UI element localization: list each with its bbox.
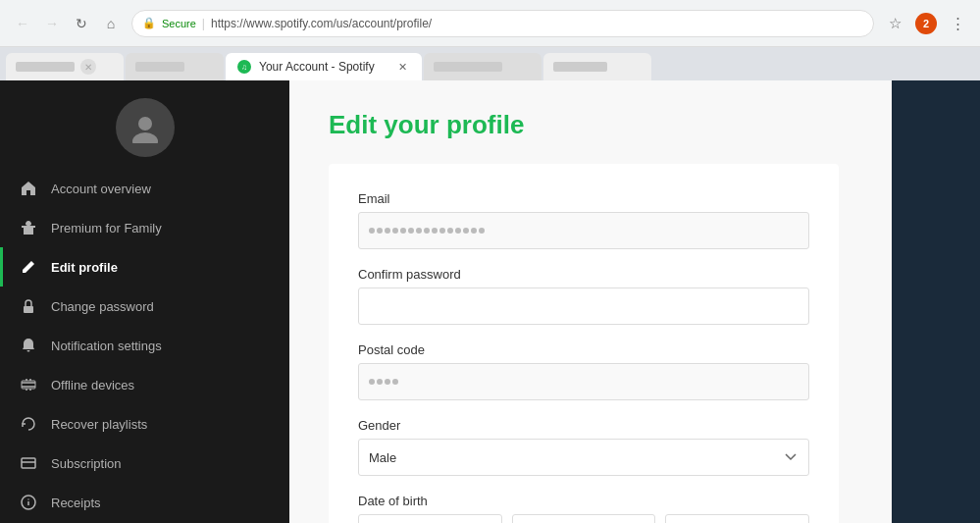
address-bar[interactable]: 🔒 Secure | https://www.spotify.com/us/ac… [131,10,874,37]
info-icon [20,494,37,511]
sidebar-item-receipts[interactable]: Receipts [0,483,289,522]
svg-point-1 [132,132,158,143]
edit-icon [20,258,37,276]
lock-icon [20,297,37,315]
dob-day-select[interactable] [358,514,502,523]
tab-title: Your Account - Spotify [259,60,387,74]
home-button[interactable]: ⌂ [98,11,124,36]
avatar [116,98,175,157]
forward-button[interactable]: → [39,11,65,36]
browser-chrome: ← → ↻ ⌂ 🔒 Secure | https://www.spotify.c… [0,0,980,47]
page-content: Edit your profile Email Confirm pass [289,80,892,523]
sidebar-item-label: Receipts [51,496,101,510]
sidebar-item-label: Notification settings [51,339,162,353]
sidebar-item-subscription[interactable]: Subscription [0,444,289,483]
postal-code-group: Postal code [358,342,809,400]
sidebar-item-change-password[interactable]: Change password [0,287,289,326]
page-title: Edit your profile [329,110,852,140]
sidebar-item-label: Recover playlists [51,417,147,432]
svg-rect-6 [22,381,35,389]
nav-buttons: ← → ↻ ⌂ [10,11,124,36]
dob-group: Date of birth [358,494,809,523]
reload-button[interactable]: ↻ [69,11,94,36]
home-icon [20,180,37,197]
sidebar-item-label: Edit profile [51,260,118,275]
secure-label: Secure [162,18,196,29]
sidebar-item-recover-playlists[interactable]: Recover playlists [0,404,289,444]
devices-icon [20,376,37,393]
sidebar-item-label: Premium for Family [51,221,162,235]
sidebar-avatar [0,80,289,169]
sidebar-item-notifications[interactable]: Notification settings [0,326,289,365]
gender-group: Gender Male Female Non-binary Prefer not… [358,418,809,476]
main-area: Account overview Premium for Family Edit… [0,80,980,523]
sidebar-nav: Account overview Premium for Family Edit… [0,169,289,523]
dob-label: Date of birth [358,494,809,508]
url-text: https://www.spotify.com/us/account/profi… [211,17,432,30]
tab-favicon: ♫ [237,60,251,74]
bookmark-button[interactable]: ☆ [882,11,907,36]
svg-rect-4 [27,223,29,235]
svg-rect-5 [24,306,33,313]
tab-bar: ✕ ♫ Your Account - Spotify ✕ [0,47,980,80]
active-tab[interactable]: ♫ Your Account - Spotify ✕ [226,53,422,80]
confirm-password-input[interactable] [358,288,809,325]
sidebar-item-label: Subscription [51,456,122,471]
refresh-icon [20,415,37,433]
sidebar-item-account-overview[interactable]: Account overview [0,169,289,208]
dob-year-wrap [665,514,809,523]
back-button[interactable]: ← [10,11,35,36]
gift-icon [20,219,37,236]
gender-label: Gender [358,418,809,433]
tab-close-button[interactable]: ✕ [394,59,410,75]
dob-month-wrap [512,514,656,523]
gender-select[interactable]: Male Female Non-binary Prefer not to say [358,439,809,476]
profile-button[interactable]: 2 [915,13,937,34]
form-card: Email Confirm password Pos [329,164,839,523]
lock-icon: 🔒 [142,17,156,29]
email-label: Email [358,191,809,206]
svg-point-0 [138,117,152,131]
confirm-password-group: Confirm password [358,267,809,325]
sidebar-item-premium-family[interactable]: Premium for Family [0,208,289,247]
sidebar-item-label: Account overview [51,182,151,196]
dob-month-select[interactable] [512,514,656,523]
sidebar-item-edit-profile[interactable]: Edit profile [0,247,289,287]
subscription-icon [20,454,37,472]
dob-year-select[interactable] [665,514,809,523]
separator: | [202,17,205,30]
postal-code-input-blurred[interactable] [358,363,809,400]
email-input-blurred [358,212,809,249]
email-group: Email [358,191,809,249]
confirm-password-label: Confirm password [358,267,809,282]
dob-row [358,514,809,523]
bell-icon [20,337,37,354]
sidebar: Account overview Premium for Family Edit… [0,80,289,523]
sidebar-item-offline-devices[interactable]: Offline devices [0,365,289,404]
dob-day-wrap [358,514,502,523]
sidebar-item-label: Offline devices [51,378,134,392]
svg-point-11 [27,498,28,499]
email-blur [369,228,485,234]
svg-rect-7 [22,458,35,468]
postal-blur [369,379,398,385]
right-background [892,80,980,523]
sidebar-item-label: Change password [51,299,154,314]
menu-button[interactable]: ⋮ [945,11,970,36]
postal-code-label: Postal code [358,342,809,357]
